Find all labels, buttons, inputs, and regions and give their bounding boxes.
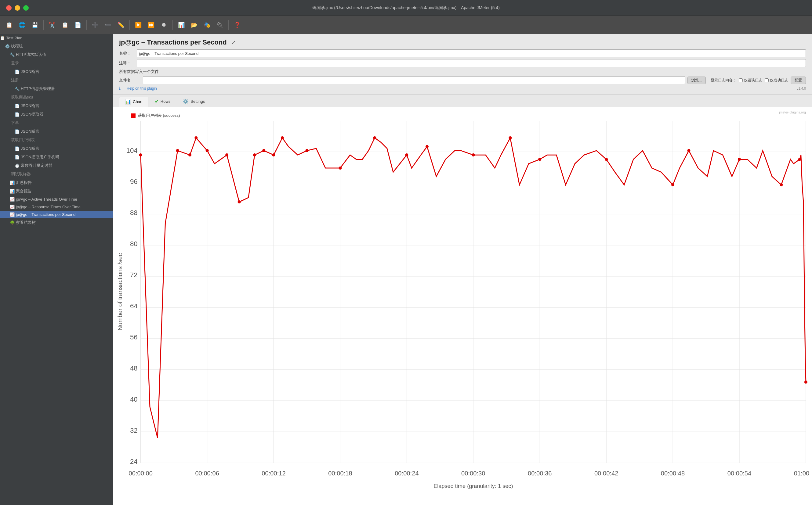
svg-text:80: 80	[130, 240, 138, 247]
errors-only-label: 仅错误日志	[744, 78, 762, 83]
errors-only-checkbox[interactable]	[739, 78, 743, 82]
run-no-pause-icon[interactable]: ⏩	[146, 19, 156, 30]
chart-area: jmeter-plugins.org 获取用户列表 (success)	[113, 107, 812, 505]
sidebar-item-get-users[interactable]: 获取用户列表	[0, 136, 113, 144]
sidebar-item-get-sku[interactable]: 获取商品sku	[0, 93, 113, 102]
comment-input[interactable]	[137, 59, 806, 67]
sidebar-item-icon: 🔧	[15, 87, 19, 91]
sidebar-item-order[interactable]: 下单	[0, 119, 113, 127]
window-controls	[6, 5, 29, 11]
errors-only-checkbox-label[interactable]: 仅错误日志	[739, 78, 762, 83]
sidebar-item-label: JSON断言	[21, 129, 39, 134]
sidebar-item-json-extractor-1[interactable]: 📄JSON提取器	[0, 110, 113, 119]
sidebar-item-aggregate-report[interactable]: 📊聚合报告	[0, 187, 113, 195]
sidebar-item-label: HTTP请求默认值	[16, 52, 46, 57]
sidebar-item-login[interactable]: 登录	[0, 59, 113, 67]
minimize-button[interactable]	[15, 5, 20, 11]
filename-input[interactable]	[143, 76, 685, 84]
chart-tab-icon: 📊	[125, 99, 131, 105]
sidebar-item-http-defaults[interactable]: 🔧HTTP请求默认值	[0, 50, 113, 59]
sidebar-item-response-times[interactable]: 📈jp@gc – Response Times Over Time	[0, 203, 113, 211]
sidebar-item-register[interactable]: 注册	[0, 76, 113, 85]
svg-text:104: 104	[126, 147, 138, 154]
tabs-bar: 📊 Chart ✔ Rows ⚙️ Settings	[113, 95, 812, 107]
data-point	[225, 153, 228, 156]
copy-icon[interactable]: 📋	[60, 19, 71, 30]
svg-text:00:00:36: 00:00:36	[528, 470, 552, 477]
chart-watermark: jmeter-plugins.org	[779, 111, 806, 114]
run-icon[interactable]: ▶️	[133, 19, 144, 30]
tab-rows[interactable]: ✔ Rows	[149, 97, 177, 107]
sidebar-item-active-threads[interactable]: 📈jp@gc – Active Threads Over Time	[0, 195, 113, 203]
add-icon[interactable]: ➕	[90, 19, 101, 30]
sidebar-item-debug-sampler[interactable]: 调试取样器	[0, 170, 113, 178]
help-link[interactable]: Help on this plugin	[127, 86, 157, 91]
new-icon[interactable]: 📋	[4, 19, 15, 30]
data-point	[195, 136, 198, 139]
svg-text:40: 40	[130, 395, 138, 403]
sidebar-item-label: jp@gc – Response Times Over Time	[16, 205, 81, 209]
report-icon[interactable]: 📊	[176, 19, 187, 30]
content-panel: jp@gc – Transactions per Second ⤢ 名称： 注释…	[113, 34, 812, 505]
browse-button[interactable]: 浏览...	[687, 76, 706, 84]
sidebar-item-json-assertion-4[interactable]: 📄JSON断言	[0, 144, 113, 153]
success-only-label: 仅成功日志	[770, 78, 788, 83]
success-only-checkbox[interactable]	[765, 78, 769, 82]
sidebar-item-icon: 📄	[15, 155, 19, 160]
separator-2	[86, 20, 87, 30]
sidebar-item-json-extractor-2[interactable]: 📄JSON提取用户手机码	[0, 153, 113, 161]
templates-icon[interactable]: 🎭	[202, 19, 213, 30]
sidebar-item-icon: ⚙️	[5, 44, 10, 48]
tab-chart[interactable]: 📊 Chart	[119, 97, 148, 107]
cut-icon[interactable]: ✂️	[47, 19, 58, 30]
svg-text:48: 48	[130, 364, 138, 372]
sidebar-item-thread-group[interactable]: ⚙️线程组	[0, 42, 113, 50]
sidebar-item-label: JSON提取器	[21, 112, 43, 117]
sidebar-item-icon: 🌳	[10, 220, 15, 225]
sidebar-item-label: 调试取样器	[11, 171, 31, 177]
close-button[interactable]	[6, 5, 12, 11]
data-point	[671, 183, 674, 186]
comment-label: 注释：	[119, 60, 134, 66]
sidebar-item-label: 获取商品sku	[11, 95, 33, 100]
sidebar-item-json-assertion-2[interactable]: 📄JSON断言	[0, 102, 113, 110]
open-icon[interactable]: 🌐	[16, 19, 27, 30]
expand-icon[interactable]: ⤢	[231, 39, 236, 46]
chart-container: 24 32 40 48 56 64 72 80 88 96 104 Number…	[116, 121, 809, 494]
data-point	[798, 158, 801, 161]
save-icon[interactable]: 💾	[29, 19, 40, 30]
data-point	[176, 149, 179, 152]
sidebar-item-label: HTTP信息头管理器	[21, 86, 55, 92]
sidebar-item-view-results-tree[interactable]: 🌳察看结果树	[0, 218, 113, 227]
svg-text:72: 72	[130, 271, 138, 279]
sidebar-item-constant-timer[interactable]: ⏱️常数吞吐量定时器	[0, 161, 113, 170]
sidebar-item-json-assertion-1[interactable]: 📄JSON断言	[0, 67, 113, 76]
sidebar-item-label: 线程组	[11, 43, 23, 49]
svg-text:Number of transactions /sec: Number of transactions /sec	[117, 253, 123, 331]
sidebar-item-icon: 📊	[10, 181, 15, 185]
help-icon[interactable]: ❓	[232, 19, 243, 30]
chart-legend: 获取用户列表 (success)	[113, 111, 812, 121]
sidebar-item-summary-report[interactable]: 📊汇总报告	[0, 178, 113, 187]
success-only-checkbox-label[interactable]: 仅成功日志	[765, 78, 788, 83]
edit-icon[interactable]: ✏️	[115, 19, 126, 30]
sidebar-item-label: jp@gc – Active Threads Over Time	[16, 197, 77, 202]
open-file-icon[interactable]: 📂	[189, 19, 200, 30]
config-button[interactable]: 配置	[791, 76, 806, 84]
sidebar-item-icon: 📈	[10, 205, 15, 209]
stop-icon[interactable]: ⏺	[158, 19, 169, 30]
tab-settings[interactable]: ⚙️ Settings	[177, 97, 211, 107]
sidebar-item-json-assertion-3[interactable]: 📄JSON断言	[0, 127, 113, 136]
separator-3	[129, 20, 130, 30]
sidebar-item-transactions-per-sec[interactable]: 📈jp@gc – Transactions per Second	[0, 211, 113, 218]
sidebar-item-test-plan[interactable]: 📋Test Plan	[0, 34, 113, 42]
remove-icon[interactable]: ➖	[103, 19, 114, 30]
sidebar-item-http-header[interactable]: 🔧HTTP信息头管理器	[0, 85, 113, 93]
maximize-button[interactable]	[23, 5, 29, 11]
paste-icon[interactable]: 📄	[72, 19, 83, 30]
plugin-icon[interactable]: 🔌	[214, 19, 225, 30]
name-input[interactable]	[137, 49, 806, 57]
toolbar: 📋 🌐 💾 ✂️ 📋 📄 ➕ ➖ ✏️ ▶️ ⏩ ⏺ 📊 📂 🎭 🔌 ❓	[0, 16, 812, 34]
legend-color-box	[131, 114, 135, 118]
chart-svg: 24 32 40 48 56 64 72 80 88 96 104 Number…	[116, 121, 809, 494]
